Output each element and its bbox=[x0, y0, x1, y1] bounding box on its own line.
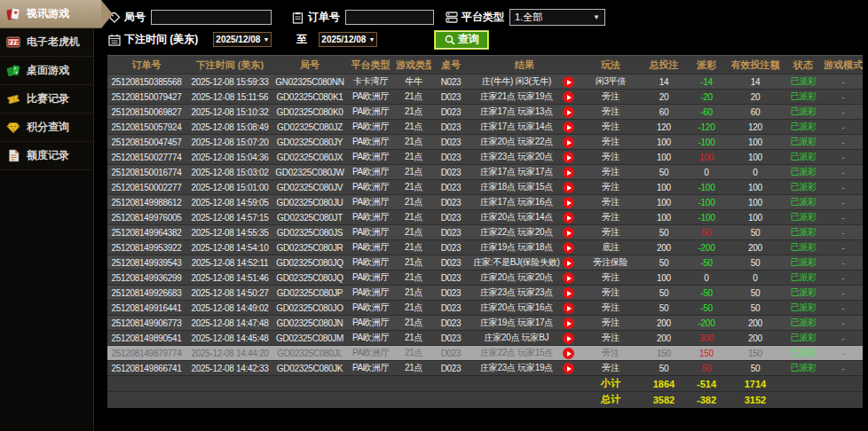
table-row[interactable]: 2512081500022772025-12-08 15:01:00GD0232… bbox=[107, 180, 863, 195]
table-row[interactable]: 2512081499643822025-12-08 14:55:35GD0232… bbox=[107, 225, 863, 240]
table-row[interactable]: 2512081499886122025-12-08 14:59:05GD0232… bbox=[107, 195, 863, 210]
date-to-picker[interactable]: 2025/12/08 ▼ bbox=[319, 32, 377, 47]
bet-time-cell: 2025-12-08 15:59:33 bbox=[185, 74, 274, 90]
subtotal-row: 小计 1864 -514 1714 bbox=[107, 376, 863, 392]
sidebar-item-2[interactable]: 777电子老虎机 bbox=[0, 28, 93, 57]
play-replay-button[interactable] bbox=[563, 348, 574, 359]
game-mode-cell: - bbox=[824, 286, 863, 301]
search-button[interactable]: 查询 bbox=[434, 30, 489, 50]
play-icon bbox=[567, 95, 572, 100]
order-number-cell: 251208149916441 bbox=[107, 301, 185, 316]
round-number-cell: GD02325C080JV bbox=[274, 180, 345, 195]
table-row[interactable]: 2512081499067732025-12-08 14:47:48GD0232… bbox=[107, 316, 863, 331]
result-cell: 庄家:不是BJ(保险失败) bbox=[470, 255, 579, 270]
total-bet-cell: 50 bbox=[643, 301, 685, 316]
subtotal-label: 小计 bbox=[579, 376, 643, 392]
play-replay-button[interactable] bbox=[563, 91, 574, 103]
sidebar-item-1[interactable]: 视讯游戏 bbox=[0, 0, 101, 28]
play-replay-button[interactable] bbox=[563, 272, 574, 284]
table-number-cell: D023 bbox=[431, 270, 470, 286]
filter-bar: 局号 订单号 平台类型 1.全部 ▼ 下注时间 (美东) 2025/12/08 bbox=[94, 0, 868, 51]
date-from-picker[interactable]: 2025/12/08 ▼ bbox=[213, 32, 272, 47]
play-replay-button[interactable] bbox=[563, 363, 574, 374]
valid-bet-cell: 100 bbox=[728, 180, 783, 195]
play-icon bbox=[567, 291, 572, 296]
game-mode-cell: - bbox=[824, 210, 863, 225]
platform-cell: PA欧洲厅 bbox=[345, 180, 396, 195]
table-number-cell: D023 bbox=[431, 346, 470, 361]
play-replay-button[interactable] bbox=[563, 302, 574, 314]
platform-cell: 卡卡湾厅 bbox=[345, 74, 396, 90]
play-replay-button[interactable] bbox=[563, 76, 574, 88]
valid-bet-cell: 50 bbox=[728, 286, 783, 301]
order-number-cell: 251208150027774 bbox=[107, 150, 185, 165]
table-row[interactable]: 2512081498667412025-12-08 14:42:33GD0232… bbox=[107, 361, 863, 376]
play-type-cell: 旁注 bbox=[579, 331, 643, 346]
play-replay-button[interactable] bbox=[563, 182, 574, 193]
clipboard-icon bbox=[291, 11, 304, 24]
play-replay-button[interactable] bbox=[563, 197, 574, 208]
bet-time-cell: 2025-12-08 15:11:56 bbox=[185, 90, 274, 105]
round-number-input[interactable] bbox=[151, 10, 272, 25]
play-replay-button[interactable] bbox=[563, 257, 574, 269]
payout-cell: -100 bbox=[685, 135, 728, 150]
play-icon bbox=[567, 155, 572, 161]
result-cell: 庄家18点 玩家15点 bbox=[470, 180, 579, 195]
table-row[interactable]: 2512081499362992025-12-08 14:51:46GD0232… bbox=[107, 270, 863, 286]
result-cell: 庄家20点 玩家BJ bbox=[470, 331, 579, 346]
platform-cell: PA欧洲厅 bbox=[345, 240, 396, 255]
table-row[interactable]: 2512081498797742025-12-08 14:44:20GD0232… bbox=[107, 346, 863, 361]
total-bet-cell: 200 bbox=[643, 316, 685, 331]
column-header: 玩法 bbox=[579, 56, 643, 74]
play-replay-button[interactable] bbox=[563, 287, 574, 299]
play-replay-button[interactable] bbox=[563, 137, 574, 148]
table-row[interactable]: 2512081499760052025-12-08 14:57:15GD0232… bbox=[107, 210, 863, 225]
order-number-cell: 251208150385568 bbox=[107, 74, 185, 90]
table-row[interactable]: 2512081499395432025-12-08 14:52:11GD0232… bbox=[107, 255, 863, 270]
table-row[interactable]: 2512081499266832025-12-08 14:50:27GD0232… bbox=[107, 286, 863, 301]
table-row[interactable]: 2512081499164412025-12-08 14:49:02GD0232… bbox=[107, 301, 863, 316]
sidebar-item-3[interactable]: 桌面游戏 bbox=[0, 57, 93, 85]
sidebar-item-4[interactable]: 比赛记录 bbox=[0, 85, 93, 114]
play-replay-button[interactable] bbox=[563, 242, 574, 254]
result-text: 庄家17点 玩家13点 bbox=[480, 106, 553, 116]
play-replay-button[interactable] bbox=[563, 227, 574, 239]
play-replay-button[interactable] bbox=[563, 106, 574, 118]
platform-cell: PA欧洲厅 bbox=[345, 210, 396, 225]
play-replay-button[interactable] bbox=[563, 167, 574, 178]
play-icon bbox=[567, 351, 572, 357]
result-cell: 庄家20点 玩家16点 bbox=[470, 301, 579, 316]
table-row[interactable]: 2512081500474572025-12-08 15:07:20GD0232… bbox=[107, 135, 863, 150]
sidebar-item-5[interactable]: 积分查询 bbox=[0, 114, 93, 142]
table-row[interactable]: 2512081500794272025-12-08 15:11:56GD0232… bbox=[107, 90, 863, 105]
play-type-cell: 旁注 bbox=[579, 346, 643, 361]
table-row[interactable]: 2512081498905412025-12-08 14:45:48GD0232… bbox=[107, 331, 863, 346]
table-row[interactable]: 2512081503855682025-12-08 15:59:33GN0232… bbox=[107, 74, 863, 90]
status-cell: 已派彩 bbox=[783, 255, 824, 270]
play-replay-button[interactable] bbox=[563, 121, 574, 133]
platform-type-select[interactable]: 1.全部 ▼ bbox=[509, 9, 605, 26]
table-row[interactable]: 2512081499539222025-12-08 14:54:10GD0232… bbox=[107, 240, 863, 255]
search-button-label: 查询 bbox=[458, 32, 479, 47]
table-row[interactable]: 2512081500698272025-12-08 15:10:32GD0232… bbox=[107, 105, 863, 120]
order-number-cell: 251208149866741 bbox=[107, 361, 185, 376]
slot-machine-777-icon: 777 bbox=[6, 35, 20, 50]
table-row[interactable]: 2512081500579242025-12-08 15:08:49GD0232… bbox=[107, 120, 863, 135]
play-type-cell: 旁注 bbox=[579, 135, 643, 150]
play-replay-button[interactable] bbox=[563, 152, 574, 163]
play-replay-button[interactable] bbox=[563, 212, 574, 223]
order-number-input[interactable] bbox=[345, 10, 434, 25]
payout-cell: 300 bbox=[685, 331, 728, 346]
play-icon bbox=[567, 170, 572, 176]
bet-time-cell: 2025-12-08 14:47:48 bbox=[185, 316, 274, 331]
game-mode-cell: - bbox=[824, 105, 863, 120]
play-replay-button[interactable] bbox=[563, 333, 574, 344]
status-cell: 已派彩 bbox=[783, 316, 824, 331]
platform-list-icon bbox=[445, 11, 458, 24]
table-row[interactable]: 2512081500277742025-12-08 15:04:36GD0232… bbox=[107, 150, 863, 165]
play-replay-button[interactable] bbox=[563, 317, 574, 329]
total-valid-bet: 3152 bbox=[728, 392, 783, 408]
sidebar-item-6[interactable]: 额度记录 bbox=[0, 142, 93, 170]
valid-bet-cell: 50 bbox=[728, 301, 783, 316]
table-row[interactable]: 2512081500167742025-12-08 15:03:02GD0232… bbox=[107, 165, 863, 180]
